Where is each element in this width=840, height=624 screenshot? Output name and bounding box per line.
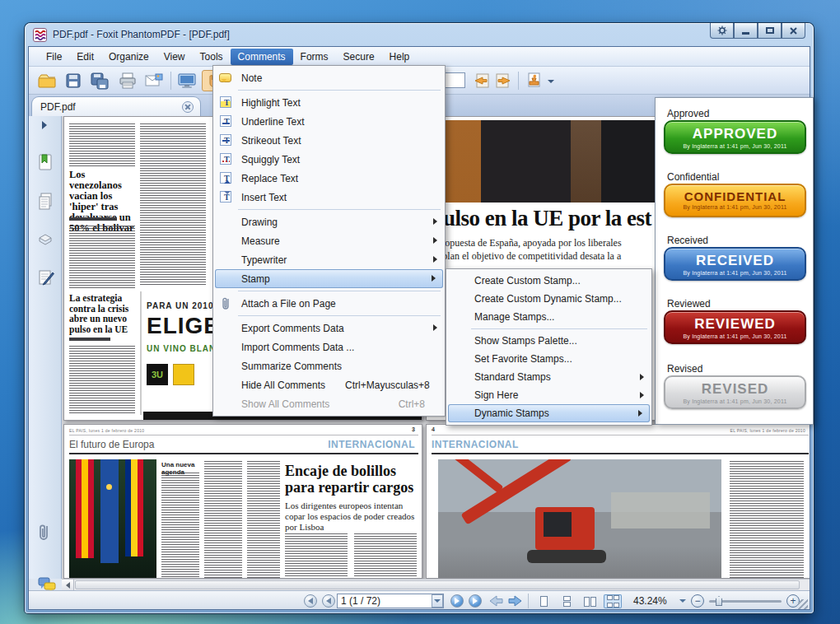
menu-item-show-all-comments: Show All CommentsCtrl+8: [213, 394, 445, 413]
save-button[interactable]: [62, 70, 84, 91]
previous-view-nav-button[interactable]: [488, 594, 505, 608]
menu-item-label: Measure: [241, 235, 280, 247]
layers-panel-button[interactable]: [37, 230, 54, 248]
menu-item-hide-all-comments[interactable]: Hide All CommentsCtrl+Mayusculas+8: [213, 375, 445, 394]
menu-item-import-comments[interactable]: Import Comments Data ...: [213, 338, 445, 356]
next-view-nav-button[interactable]: [506, 594, 523, 608]
facing-layout-button[interactable]: [581, 594, 599, 608]
menu-item-typewriter[interactable]: Typewriter: [213, 250, 445, 269]
page-number-field[interactable]: 1 (1 / 72): [337, 594, 444, 608]
menu-item-stamp[interactable]: Stamp: [215, 269, 443, 288]
menu-forms[interactable]: Forms: [293, 49, 336, 65]
previous-page-button[interactable]: [322, 594, 335, 608]
page-number: 4: [432, 426, 435, 432]
first-page-button[interactable]: [304, 594, 317, 608]
menu-file[interactable]: File: [39, 49, 69, 65]
menu-item-dynamic-stamps[interactable]: Dynamic Stamps: [448, 404, 650, 422]
horizontal-scrollbar[interactable]: [62, 579, 810, 590]
pdf-page-3: EL PAIS, lunes 1 de febrero de 2010 3 El…: [63, 424, 422, 579]
next-page-button[interactable]: [450, 594, 464, 608]
save-all-button[interactable]: [88, 70, 110, 91]
find-input[interactable]: [442, 72, 465, 88]
zoom-dropdown-caret[interactable]: [679, 599, 686, 603]
ad-title: ELIGE: [147, 313, 220, 339]
print-button[interactable]: [116, 70, 138, 91]
minimize-button[interactable]: [734, 23, 758, 39]
zoom-slider[interactable]: [709, 600, 782, 603]
sidebar-collapse-arrow[interactable]: [42, 121, 47, 129]
menu-item-manage-stamps[interactable]: Manage Stamps...: [446, 308, 651, 326]
stamp-revised[interactable]: REVISED By Inglaterra at 1:41 pm, Jun 30…: [664, 375, 806, 409]
section-label: INTERNACIONAL: [432, 439, 519, 450]
menu-secure[interactable]: Secure: [336, 49, 382, 65]
continuous-facing-icon: [607, 595, 613, 600]
menu-item-underline-text[interactable]: Underline Text: [213, 112, 445, 131]
email-button[interactable]: [142, 70, 165, 91]
menu-separator: [238, 209, 441, 210]
stamp-confidential[interactable]: CONFIDENTIAL By Inglaterra at 1:41 pm, J…: [664, 184, 806, 217]
menu-view[interactable]: View: [156, 49, 193, 65]
scroll-left-arrow[interactable]: [62, 580, 74, 590]
menu-edit[interactable]: Edit: [69, 49, 101, 65]
article-subhead: Los dirigentes europeos intentan copar l…: [285, 501, 420, 533]
window-controls: [710, 23, 805, 39]
single-page-layout-button[interactable]: [534, 594, 553, 608]
document-tab[interactable]: PDF.pdf: [31, 96, 201, 116]
menu-item-label: Typewriter: [241, 254, 287, 266]
tab-close-icon[interactable]: [182, 101, 194, 113]
menu-item-strikeout-text[interactable]: Strikeout Text: [213, 131, 445, 150]
menu-item-summarize-comments[interactable]: Summarize Comments: [213, 356, 445, 375]
menu-tools[interactable]: Tools: [193, 49, 231, 65]
gear-icon[interactable]: [710, 23, 734, 39]
submenu-arrow-icon: [638, 410, 642, 417]
stamp-received[interactable]: RECEIVED By Inglaterra at 1:41 pm, Jun 3…: [664, 247, 806, 281]
menu-item-highlight-text[interactable]: Highlight Text: [213, 93, 445, 112]
menu-separator: [471, 328, 647, 329]
menu-item-replace-text[interactable]: Replace Text: [213, 169, 445, 188]
open-button[interactable]: [35, 70, 58, 91]
menu-item-attach-file[interactable]: Attach a File on Page: [213, 294, 445, 313]
stamp-tool-button[interactable]: [523, 70, 545, 91]
titlebar[interactable]: PDF.pdf - Foxit PhantomPDF - [PDF.pdf]: [25, 23, 814, 46]
menu-item-sign-here[interactable]: Sign Here: [446, 386, 651, 404]
scrollbar-thumb[interactable]: [75, 580, 800, 589]
next-view-button[interactable]: [492, 70, 514, 91]
menu-comments[interactable]: Comments: [231, 49, 293, 65]
stamp-approved[interactable]: APPROVED By Inglaterra at 1:41 pm, Jun 3…: [664, 120, 806, 154]
menu-item-measure[interactable]: Measure: [213, 231, 445, 250]
pages-panel-button[interactable]: [37, 192, 54, 210]
byline-bar: [69, 338, 110, 341]
menu-item-insert-text[interactable]: Insert Text: [213, 188, 445, 207]
toolbar-separator: [518, 72, 519, 90]
menu-item-squiggly-text[interactable]: Squiggly Text: [213, 150, 445, 169]
stamp-tool-dropdown-caret[interactable]: [548, 80, 554, 83]
menu-item-create-custom-stamp[interactable]: Create Custom Stamp...: [446, 272, 651, 290]
menu-item-standard-stamps[interactable]: Standard Stamps: [446, 368, 651, 386]
ad-subtitle: UN VINO BLANC: [147, 344, 222, 353]
comments-panel-button[interactable]: [37, 268, 54, 286]
continuous-icon: [563, 602, 571, 607]
menu-item-note[interactable]: Note: [213, 68, 445, 87]
last-page-button[interactable]: [469, 594, 482, 608]
zoom-slider-thumb[interactable]: [716, 596, 722, 606]
menu-organize[interactable]: Organize: [101, 49, 156, 65]
continuous-layout-button[interactable]: [558, 594, 576, 608]
continuous-facing-layout-button[interactable]: [604, 594, 622, 608]
menu-help[interactable]: Help: [382, 49, 418, 65]
stamp-reviewed[interactable]: REVIEWED By Inglaterra at 1:41 pm, Jun 3…: [664, 310, 806, 344]
menu-item-create-custom-dynamic-stamp[interactable]: Create Custom Dynamic Stamp...: [446, 290, 651, 308]
maximize-button[interactable]: [758, 23, 782, 39]
close-button[interactable]: [782, 23, 805, 39]
resize-grip[interactable]: [798, 599, 808, 609]
menu-item-set-favorite-stamps[interactable]: Set Favorite Stamps...: [446, 350, 651, 368]
save-all-icon: [90, 72, 110, 90]
page-field-dropdown[interactable]: [432, 594, 443, 608]
attachments-panel-button[interactable]: [37, 523, 54, 541]
menu-item-export-comments[interactable]: Export Comments Data: [213, 319, 445, 338]
menu-item-drawing[interactable]: Drawing: [213, 212, 445, 231]
previous-view-button[interactable]: [470, 70, 492, 91]
bookmarks-panel-button[interactable]: [37, 152, 54, 170]
menu-item-show-stamps-palette[interactable]: Show Stamps Palette...: [446, 332, 651, 350]
fullscreen-button[interactable]: [175, 70, 198, 91]
zoom-out-button[interactable]: −: [691, 594, 704, 608]
